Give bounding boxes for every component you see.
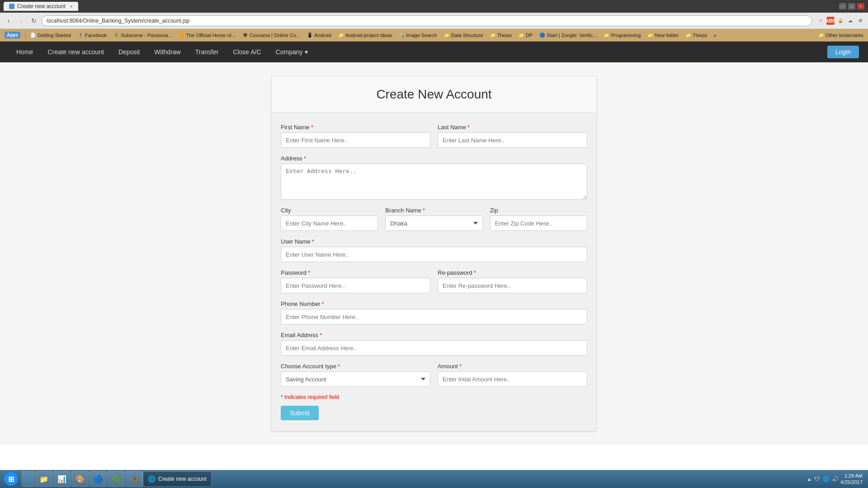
repassword-input[interactable] bbox=[438, 278, 587, 293]
close-button[interactable]: × bbox=[857, 3, 864, 9]
account-type-select[interactable]: Saving Account Current Account Fixed Dep… bbox=[281, 371, 430, 387]
last-name-input[interactable] bbox=[438, 132, 587, 148]
username-label: User Name * bbox=[281, 238, 587, 245]
address-label: Address * bbox=[281, 155, 587, 162]
restore-button[interactable]: □ bbox=[848, 3, 855, 9]
address-input[interactable] bbox=[281, 164, 587, 200]
password-group: Password * bbox=[281, 269, 430, 293]
taskbar-file-explorer[interactable]: 📁 bbox=[35, 471, 52, 487]
password-row: Password * Re-password * bbox=[281, 269, 587, 293]
amount-input[interactable] bbox=[438, 371, 587, 387]
bookmark-getting-started[interactable]: 📄 Getting Started bbox=[27, 31, 74, 39]
tray-volume[interactable]: 🔊 bbox=[831, 475, 839, 483]
taskbar-other[interactable]: 🌿 bbox=[108, 471, 125, 487]
nav-transfer[interactable]: Transfer bbox=[188, 42, 226, 62]
bookmark-dp[interactable]: 📁 DP bbox=[515, 31, 535, 39]
bookmark-label: DP bbox=[526, 33, 533, 38]
extension-icon-2[interactable]: ☁ bbox=[846, 17, 854, 25]
username-input[interactable] bbox=[281, 247, 587, 262]
taskbar-paint[interactable]: 🎨 bbox=[71, 471, 89, 487]
bookmark-android-projects[interactable]: 📁 Android project ideas bbox=[335, 31, 395, 39]
bookmark-programming[interactable]: 📁 Programming bbox=[600, 31, 643, 39]
address-bar-icons: ☆ ABP 🔒 ☁ ⚙ bbox=[816, 17, 864, 25]
bookmark-data-structure[interactable]: 📁 Data Structure bbox=[441, 31, 486, 39]
abp-icon[interactable]: ABP bbox=[826, 17, 835, 25]
submit-button[interactable]: Submit bbox=[281, 406, 319, 420]
zip-input[interactable] bbox=[490, 216, 587, 231]
refresh-button[interactable]: ↻ bbox=[29, 16, 39, 26]
bookmarks-bar: Apps 📄 Getting Started f Facebook S Subs… bbox=[0, 29, 868, 42]
tray-date-value: 4/25/2017 bbox=[840, 479, 863, 485]
bookmark-label: Programming bbox=[611, 33, 641, 38]
bookmark-label: Facebook bbox=[85, 33, 107, 38]
nav-deposit[interactable]: Deposit bbox=[111, 42, 147, 62]
ie-icon: e bbox=[26, 474, 30, 484]
url-input[interactable] bbox=[42, 15, 812, 26]
username-row: User Name * bbox=[281, 238, 587, 262]
email-input[interactable] bbox=[281, 340, 587, 356]
folder-icon-2: 📁 bbox=[443, 32, 450, 38]
username-group: User Name * bbox=[281, 238, 587, 262]
minimize-button[interactable]: – bbox=[839, 3, 846, 9]
page-content: Create New Account First Name * Last Nam… bbox=[0, 62, 868, 445]
required-star: * bbox=[310, 124, 313, 131]
other-bookmarks-icon: 📁 bbox=[818, 32, 824, 38]
zip-group: Zip bbox=[490, 207, 587, 231]
nav-close-ac[interactable]: Close A/C bbox=[226, 42, 268, 62]
city-input[interactable] bbox=[281, 216, 378, 231]
bookmark-thesis-2[interactable]: 📁 Thesis bbox=[682, 31, 710, 39]
branch-name-select[interactable]: Dhaka Chittagong Sylhet Rajshahi bbox=[385, 216, 482, 231]
bookmark-label: Other bookmarks bbox=[826, 33, 863, 38]
bookmark-android[interactable]: 📱 Android bbox=[304, 31, 334, 39]
taskbar-other2[interactable]: 🦋 bbox=[126, 471, 143, 487]
bookmark-image-search[interactable]: 🔍 Image Search bbox=[396, 31, 439, 39]
bookmark-subscene[interactable]: S Subscene - Passiona... bbox=[110, 31, 175, 39]
taskbar-active-app[interactable]: 🌐 Create new account bbox=[143, 471, 212, 487]
company-chevron: ▾ bbox=[305, 48, 308, 56]
nav-home[interactable]: Home bbox=[9, 42, 40, 62]
login-button[interactable]: Login bbox=[827, 46, 859, 58]
bookmarks-more[interactable]: » bbox=[711, 32, 719, 39]
tray-time-value: 1:29 AM bbox=[840, 473, 863, 479]
star-icon[interactable]: ☆ bbox=[816, 17, 825, 25]
taskbar-excel[interactable]: 📊 bbox=[53, 471, 71, 487]
required-star-2: * bbox=[466, 124, 470, 131]
tray-network: 🌐 bbox=[822, 475, 830, 483]
other-icon: 🌿 bbox=[112, 475, 121, 483]
folder-icon-7: 📁 bbox=[685, 32, 691, 38]
browser-tab[interactable]: Create new account × bbox=[4, 2, 78, 11]
nav-create-account[interactable]: Create new account bbox=[40, 42, 111, 62]
password-input[interactable] bbox=[281, 278, 430, 293]
tray-expand[interactable]: ▲ bbox=[807, 477, 811, 482]
bookmark-other[interactable]: 📁 Other bookmarks bbox=[815, 31, 866, 39]
form-title: Create New Account bbox=[281, 87, 587, 102]
forward-button[interactable]: › bbox=[16, 16, 26, 26]
start-button[interactable]: ⊞ bbox=[2, 471, 20, 487]
account-type-label: Choose Account type * bbox=[281, 363, 430, 370]
phone-group: Phone Number * bbox=[281, 300, 587, 324]
bookmark-new-folder[interactable]: 📁 New folder bbox=[644, 31, 681, 39]
bookmark-official[interactable]: 🔶 The Official Home of... bbox=[175, 31, 238, 39]
required-star-9: * bbox=[318, 332, 322, 338]
first-name-input[interactable] bbox=[281, 132, 430, 148]
bookmark-zoogle[interactable]: 🔵 Start | Zoogle: Verific... bbox=[536, 31, 599, 39]
tray-clock: 1:29 AM 4/25/2017 bbox=[840, 473, 863, 486]
bookmarks-apps[interactable]: Apps bbox=[2, 31, 23, 39]
bookmark-label: Image Search bbox=[406, 33, 437, 38]
tab-close-button[interactable]: × bbox=[70, 4, 73, 9]
phone-input[interactable] bbox=[281, 309, 587, 324]
branch-name-group: Branch Name * Dhaka Chittagong Sylhet Ra… bbox=[385, 207, 482, 231]
required-star-6: * bbox=[307, 270, 310, 276]
nav-company[interactable]: Company ▾ bbox=[269, 42, 315, 62]
nav-withdraw[interactable]: Withdraw bbox=[147, 42, 188, 62]
extension-icon-1[interactable]: 🔒 bbox=[836, 17, 844, 25]
taskbar-chrome[interactable]: 🔵 bbox=[90, 471, 107, 487]
bookmark-facebook[interactable]: f Facebook bbox=[75, 31, 109, 39]
bookmark-label: Android bbox=[314, 33, 331, 38]
taskbar-ie[interactable]: e bbox=[22, 471, 34, 487]
back-button[interactable]: ‹ bbox=[4, 16, 14, 26]
bookmark-thesis-1[interactable]: 📁 Thesis bbox=[487, 31, 514, 39]
extension-icon-3[interactable]: ⚙ bbox=[856, 17, 864, 25]
bookmark-coursera[interactable]: 🎓 Coursera | Online Co... bbox=[239, 31, 303, 39]
city-group: City bbox=[281, 207, 378, 231]
